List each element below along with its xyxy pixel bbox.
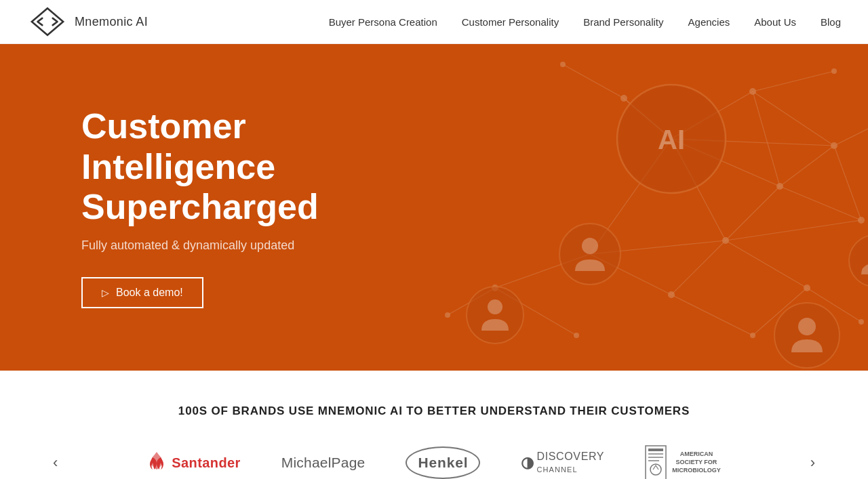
svg-line-19 <box>726 241 807 288</box>
svg-point-42 <box>445 312 450 318</box>
brands-heading: 100S OF BRANDS USE MNEMONIC AI TO BETTER… <box>41 404 827 418</box>
svg-point-34 <box>776 183 783 190</box>
discovery-d-icon: ◑ <box>521 454 534 472</box>
nav-about-us[interactable]: About Us <box>754 16 796 28</box>
svg-line-13 <box>780 146 834 186</box>
svg-line-14 <box>726 186 780 241</box>
svg-point-36 <box>722 237 729 244</box>
svg-marker-0 <box>32 8 63 35</box>
svg-point-31 <box>831 68 837 74</box>
svg-line-12 <box>753 91 780 186</box>
svg-point-29 <box>560 62 566 67</box>
svg-line-17 <box>834 146 861 220</box>
svg-line-26 <box>563 64 624 98</box>
hero-subtitle: Fully automated & dynamically updated <box>81 238 420 253</box>
svg-rect-58 <box>648 460 659 461</box>
svg-point-41 <box>859 319 864 325</box>
svg-rect-56 <box>648 453 663 455</box>
discovery-logo: ◑ DISCOVERYCHANNEL <box>521 451 604 475</box>
svg-line-20 <box>726 220 861 241</box>
svg-line-16 <box>834 125 868 146</box>
svg-point-30 <box>749 88 756 95</box>
svg-point-37 <box>804 285 810 291</box>
hero-section: AI Customer Intelligence Supercharged Fu… <box>0 44 868 371</box>
henkel-text: Henkel <box>418 455 469 471</box>
brands-carousel: ‹ Santander MichaelPage <box>41 445 827 479</box>
svg-point-52 <box>849 235 868 287</box>
asm-text: AMERICANSOCIETY FORMICROBIOLOGY <box>672 451 721 474</box>
svg-text:AI: AI <box>658 125 685 154</box>
svg-line-18 <box>671 241 726 295</box>
main-nav: Buyer Persona Creation Customer Personal… <box>329 16 841 28</box>
svg-point-35 <box>858 217 865 224</box>
henkel-logo: Henkel <box>406 446 480 479</box>
santander-text: Santander <box>172 455 240 471</box>
svg-point-48 <box>467 287 524 343</box>
svg-line-11 <box>753 91 834 146</box>
nav-agencies[interactable]: Agencies <box>688 16 730 28</box>
michaelpage-text: MichaelPage <box>281 455 366 471</box>
brands-logos: Santander MichaelPage Henkel ◑ DISCOVERY… <box>70 445 797 479</box>
svg-rect-55 <box>648 449 663 451</box>
hero-title: Customer Intelligence Supercharged <box>81 106 420 228</box>
santander-flame-icon <box>147 451 166 475</box>
santander-logo: Santander <box>147 451 240 475</box>
logo-link[interactable]: Mnemonic AI <box>27 7 148 37</box>
nav-customer-personality[interactable]: Customer Personality <box>462 16 559 28</box>
logo-icon <box>27 7 68 37</box>
discovery-text: DISCOVERYCHANNEL <box>536 451 604 475</box>
svg-line-21 <box>671 295 753 335</box>
header: Mnemonic AI Buyer Persona Creation Custo… <box>0 0 868 44</box>
book-demo-button[interactable]: ▷ Book a demo! <box>81 277 203 308</box>
svg-line-15 <box>780 186 861 220</box>
svg-rect-57 <box>648 457 663 458</box>
svg-point-33 <box>831 142 837 149</box>
nav-buyer-persona[interactable]: Buyer Persona Creation <box>329 16 437 28</box>
svg-point-39 <box>574 333 579 338</box>
nav-brand-personality[interactable]: Brand Personality <box>583 16 663 28</box>
hero-network-graphic: AI <box>359 44 868 371</box>
svg-point-28 <box>620 95 627 102</box>
hero-content: Customer Intelligence Supercharged Fully… <box>0 106 420 308</box>
svg-point-51 <box>798 318 816 335</box>
svg-point-49 <box>488 299 502 314</box>
asm-logo: AMERICANSOCIETY FORMICROBIOLOGY <box>645 445 721 479</box>
svg-point-40 <box>750 333 755 338</box>
asm-icon <box>645 445 667 479</box>
michaelpage-logo: MichaelPage <box>281 455 366 471</box>
nav-blog[interactable]: Blog <box>821 16 841 28</box>
svg-line-10 <box>753 71 834 91</box>
carousel-next-button[interactable]: › <box>798 447 827 478</box>
svg-point-38 <box>668 291 675 298</box>
play-icon: ▷ <box>102 287 109 298</box>
logo-text: Mnemonic AI <box>75 15 148 29</box>
svg-point-47 <box>582 238 598 254</box>
henkel-oval: Henkel <box>406 446 480 479</box>
carousel-prev-button[interactable]: ‹ <box>41 447 70 478</box>
brands-section: 100S OF BRANDS USE MNEMONIC AI TO BETTER… <box>0 371 868 479</box>
